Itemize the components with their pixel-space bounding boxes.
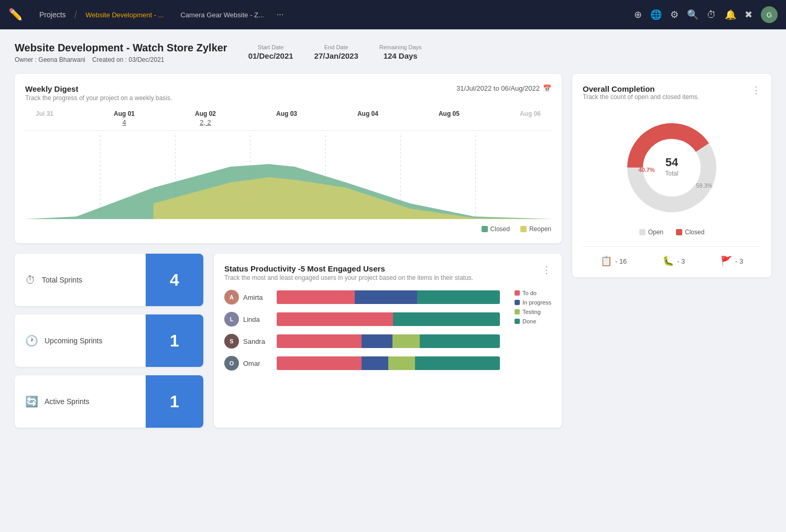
chart-col-jul31: Jul 31 xyxy=(36,110,53,126)
nav-tab-website-dev[interactable]: Website Development - ... xyxy=(77,11,172,19)
stat-bugs: 🐛 - 3 xyxy=(662,255,685,267)
close-icon[interactable]: ✖ xyxy=(745,9,752,20)
page-content: Website Development - Watch Store Zylker… xyxy=(0,29,786,451)
completion-stats: 📋 - 16 🐛 - 3 🚩 - 3 xyxy=(583,246,761,267)
svg-text:59.3%: 59.3% xyxy=(696,182,712,189)
bugs-icon: 🐛 xyxy=(662,255,674,267)
timer-icon[interactable]: ⏱ xyxy=(707,9,716,20)
weekly-chart xyxy=(25,135,551,219)
completion-subtitle: Track the count of open and closed items… xyxy=(583,93,699,101)
avatar-amirta: A xyxy=(224,290,239,305)
project-info: Website Development - Watch Store Zylker… xyxy=(15,42,227,63)
legend-closed: Closed xyxy=(685,229,704,236)
project-dates: Start Date 01/Dec/2021 End Date 27/Jan/2… xyxy=(248,44,422,60)
remaining-days: Remaining Days 124 Days xyxy=(379,44,422,60)
avatar-sandra: S xyxy=(224,334,239,349)
productivity-title: Status Productivity -5 Most Engaged User… xyxy=(224,264,473,273)
tasks-icon: 📋 xyxy=(601,255,612,267)
legend-todo: To do xyxy=(522,290,537,296)
chart-col-aug02: Aug 02 2, 2 xyxy=(195,110,216,126)
globe-icon[interactable]: 🌐 xyxy=(650,9,662,20)
weekly-digest-daterange: 31/Jul/2022 to 06/Aug/2022 📅 xyxy=(456,84,551,92)
user-name-amirta: Amirta xyxy=(243,294,263,301)
add-icon[interactable]: ⊕ xyxy=(634,9,642,20)
svg-text:54: 54 xyxy=(665,156,679,169)
user-avatar[interactable]: G xyxy=(761,6,778,23)
user-name-omar: Omar xyxy=(243,360,260,367)
avatar-omar: O xyxy=(224,356,239,371)
productivity-subtitle: Track the most and least engaged users i… xyxy=(224,274,473,281)
chart-legend: Closed Reopen xyxy=(25,225,551,233)
legend-done: Done xyxy=(522,318,536,324)
flags-icon: 🚩 xyxy=(720,255,732,267)
completion-title: Overall Completion xyxy=(583,84,699,93)
upcoming-sprints-icon: 🕐 xyxy=(25,334,38,347)
chart-col-aug05: Aug 05 xyxy=(439,110,460,126)
total-sprints-label: Total Sprints xyxy=(42,276,82,284)
productivity-legend: To do In progress Testing xyxy=(515,290,551,371)
upcoming-sprints-count[interactable]: 1 xyxy=(146,314,203,367)
nav-tab-camera-gear[interactable]: Camera Gear Website - Z... xyxy=(172,11,272,19)
productivity-more-button[interactable]: ⋮ xyxy=(542,264,551,276)
svg-text:Total: Total xyxy=(665,170,678,177)
chart-col-aug04: Aug 04 xyxy=(357,110,378,126)
productivity-card: Status Productivity -5 Most Engaged User… xyxy=(214,254,562,428)
total-sprints-count[interactable]: 4 xyxy=(146,254,203,306)
bar-row-omar: O Omar xyxy=(224,356,500,371)
nav-more-button[interactable]: ··· xyxy=(272,10,288,19)
start-date: Start Date 01/Dec/2021 xyxy=(248,44,293,60)
productivity-bar-chart: A Amirta xyxy=(224,290,500,371)
stat-tasks: 📋 - 16 xyxy=(601,255,627,267)
user-name-linda: Linda xyxy=(243,316,260,323)
upcoming-sprints-label: Upcoming Sprints xyxy=(45,336,103,345)
search-icon[interactable]: 🔍 xyxy=(687,9,698,20)
completion-more-button[interactable]: ⋮ xyxy=(751,84,761,96)
project-meta: Owner : Geena Bharwani Created on : 03/D… xyxy=(15,56,227,63)
stat-flags: 🚩 - 3 xyxy=(720,255,743,267)
logo-icon: ✏️ xyxy=(8,8,23,21)
bell-icon[interactable]: 🔔 xyxy=(725,9,736,20)
nav-projects-label[interactable]: Projects xyxy=(31,10,74,19)
upcoming-sprints-card: 🕐 Upcoming Sprints 1 xyxy=(15,314,203,367)
avatar-linda: L xyxy=(224,312,239,327)
bar-row-linda: L Linda xyxy=(224,312,500,327)
topnav: ✏️ Projects / Website Development - ... … xyxy=(0,0,786,29)
total-sprints-card: ⏱ Total Sprints 4 xyxy=(15,254,203,306)
donut-chart: 54 Total 40.7% 59.3% xyxy=(583,115,761,220)
total-sprints-icon: ⏱ xyxy=(25,274,36,286)
bottom-section: ⏱ Total Sprints 4 🕐 Upcoming Sprints 1 xyxy=(15,254,562,428)
active-sprints-card: 🔄 Active Sprints 1 xyxy=(15,375,203,428)
active-sprints-icon: 🔄 xyxy=(25,395,38,408)
legend-open: Open xyxy=(648,229,663,236)
chart-col-aug01: Aug 01 4 xyxy=(114,110,135,126)
active-sprints-count[interactable]: 1 xyxy=(146,375,203,428)
legend-inprogress: In progress xyxy=(522,299,551,306)
chart-col-aug06: Aug 06 xyxy=(520,110,541,126)
svg-text:40.7%: 40.7% xyxy=(638,167,654,173)
chart-col-aug03: Aug 03 xyxy=(276,110,297,126)
active-sprints-label: Active Sprints xyxy=(45,397,90,406)
completion-card: Overall Completion Track the count of op… xyxy=(572,74,771,277)
weekly-digest-card: Weekly Digest Track the progress of your… xyxy=(15,74,562,243)
bar-row-sandra: S Sandra xyxy=(224,334,500,349)
calendar-icon[interactable]: 📅 xyxy=(543,84,551,92)
weekly-digest-title: Weekly Digest xyxy=(25,84,172,93)
project-header: Website Development - Watch Store Zylker… xyxy=(15,42,771,63)
settings-icon[interactable]: ⚙ xyxy=(670,9,679,20)
sprint-cards: ⏱ Total Sprints 4 🕐 Upcoming Sprints 1 xyxy=(15,254,203,428)
project-title: Website Development - Watch Store Zylker xyxy=(15,42,227,54)
legend-closed-label: Closed xyxy=(490,225,510,233)
completion-legend: Open Closed xyxy=(583,229,761,236)
legend-reopen-label: Reopen xyxy=(529,225,551,233)
user-name-sandra: Sandra xyxy=(243,338,265,345)
end-date: End Date 27/Jan/2023 xyxy=(314,44,358,60)
weekly-digest-subtitle: Track the progress of your project on a … xyxy=(25,94,172,102)
nav-right-icons: ⊕ 🌐 ⚙ 🔍 ⏱ 🔔 ✖ G xyxy=(634,6,778,23)
bar-row-amirta: A Amirta xyxy=(224,290,500,305)
legend-testing: Testing xyxy=(522,309,541,315)
